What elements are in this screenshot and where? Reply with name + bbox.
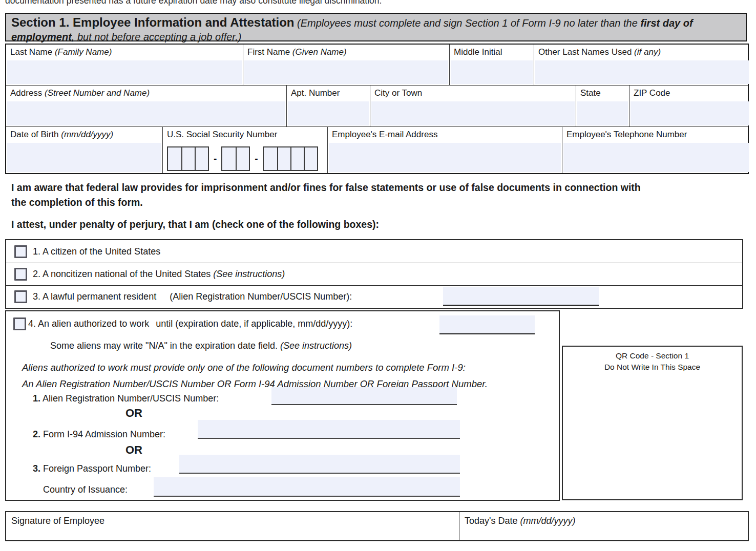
na-note: Some aliens may write "N/A" in the expir… xyxy=(50,341,352,351)
passport-number-index: 3. xyxy=(33,463,40,474)
phone-cell: Employee's Telephone Number xyxy=(562,127,750,173)
apt-number-label: Apt. Number xyxy=(291,88,340,98)
other-last-names-cell: Other Last Names Used (if any) xyxy=(534,45,750,85)
option-row-noncitizen-national: 2. A noncitizen national of the United S… xyxy=(6,263,742,285)
noncitizen-national-checkbox[interactable] xyxy=(14,268,27,281)
citizenship-options-box: 1. A citizen of the United States 2. A n… xyxy=(5,239,743,309)
signature-row: Signature of Employee Today's Date (mm/d… xyxy=(5,511,749,541)
dob-input[interactable] xyxy=(7,143,161,172)
middle-initial-input[interactable] xyxy=(451,60,533,84)
noncitizen-national-text: 2. A noncitizen national of the United S… xyxy=(33,269,211,279)
ssn-digit-box[interactable] xyxy=(168,147,181,170)
alien-number-row: 1. Alien Registration Number/USCIS Numbe… xyxy=(33,393,219,404)
dob-label: Date of Birth xyxy=(10,130,59,139)
address-note: (Street Number and Name) xyxy=(42,88,150,98)
address-label: Address xyxy=(10,88,42,98)
first-name-input[interactable] xyxy=(244,60,448,84)
signature-label: Signature of Employee xyxy=(11,516,104,526)
table-row-names: Last Name (Family Name) First Name (Give… xyxy=(6,45,748,85)
dob-note: (mm/dd/yyyy) xyxy=(59,130,114,139)
i94-number-index: 2. xyxy=(33,429,40,439)
ssn-boxes: - - xyxy=(167,146,318,171)
alien-number-label: Alien Registration Number/USCIS Number: xyxy=(40,393,219,404)
signature-cell[interactable]: Signature of Employee xyxy=(6,512,459,540)
ssn-digit-box[interactable] xyxy=(290,147,304,170)
zip-label: ZIP Code xyxy=(634,88,670,98)
permanent-resident-checkbox[interactable] xyxy=(14,290,27,303)
country-of-issuance-row: Country of Issuance: xyxy=(43,484,128,495)
address-input[interactable] xyxy=(7,101,285,125)
first-name-label: First Name xyxy=(247,47,290,57)
ssn-digit-box[interactable] xyxy=(236,147,249,170)
ssn-digit-box[interactable] xyxy=(195,147,208,170)
section1-subtitle-pre: (Employees must complete and sign Sectio… xyxy=(295,17,641,29)
ssn-group-area[interactable] xyxy=(167,146,209,171)
permanent-resident-text: 3. A lawful permanent resident xyxy=(33,291,156,302)
email-label: Employee's E-mail Address xyxy=(332,130,437,139)
qr-code-warning: Do Not Write In This Space xyxy=(563,362,742,373)
alien-authorized-checkbox[interactable] xyxy=(13,317,26,330)
or-separator-2: OR xyxy=(125,443,142,457)
phone-input[interactable] xyxy=(563,143,749,172)
ssn-dash: - xyxy=(214,153,217,164)
city-input[interactable] xyxy=(371,101,575,125)
passport-number-input[interactable] xyxy=(179,455,460,474)
last-name-label: Last Name xyxy=(10,47,52,57)
address-cell: Address (Street Number and Name) xyxy=(6,86,286,126)
last-name-cell: Last Name (Family Name) xyxy=(6,45,243,85)
apt-number-input[interactable] xyxy=(288,101,369,125)
first-name-note: (Given Name) xyxy=(290,47,347,57)
email-input[interactable] xyxy=(329,143,561,172)
qr-code-box: QR Code - Section 1 Do Not Write In This… xyxy=(562,346,743,500)
ssn-group-group[interactable] xyxy=(221,146,250,171)
other-last-names-note: (if any) xyxy=(632,47,661,57)
i94-number-row: 2. Form I-94 Admission Number: xyxy=(33,429,165,440)
citizen-checkbox[interactable] xyxy=(14,245,27,258)
zip-input[interactable] xyxy=(631,101,749,125)
or-separator-1: OR xyxy=(125,407,142,420)
alien-authorized-label: 4. An alien authorized to workuntil (exp… xyxy=(28,319,352,329)
other-last-names-input[interactable] xyxy=(535,60,749,84)
noncitizen-national-label: 2. A noncitizen national of the United S… xyxy=(33,269,285,280)
section1-title: Section 1. Employee Information and Atte… xyxy=(11,15,295,29)
todays-date-label: Today's Date xyxy=(465,516,518,526)
na-note-text: Some aliens may write "N/A" in the expir… xyxy=(50,341,278,351)
i94-number-label: Form I-94 Admission Number: xyxy=(40,429,165,439)
ssn-dash: - xyxy=(255,153,258,164)
expiration-date-input[interactable] xyxy=(439,315,535,334)
ssn-digit-box[interactable] xyxy=(264,147,277,170)
todays-date-cell[interactable]: Today's Date (mm/dd/yyyy) xyxy=(459,512,748,540)
dob-cell: Date of Birth (mm/dd/yyyy) xyxy=(6,127,162,173)
attest-statement: I attest, under penalty of perjury, that… xyxy=(11,217,677,232)
state-input[interactable] xyxy=(577,101,628,125)
country-of-issuance-input[interactable] xyxy=(154,477,460,497)
ssn-digit-box[interactable] xyxy=(181,147,195,170)
country-of-issuance-label: Country of Issuance: xyxy=(43,484,128,495)
alien-authorized-text: 4. An alien authorized to work xyxy=(28,319,149,329)
option-row-citizen: 1. A citizen of the United States xyxy=(6,240,742,263)
middle-initial-cell: Middle Initial xyxy=(449,45,534,85)
last-name-input[interactable] xyxy=(7,60,242,84)
state-cell: State xyxy=(576,86,629,126)
i94-number-input[interactable] xyxy=(198,420,460,439)
other-last-names-label: Other Last Names Used xyxy=(538,47,632,57)
state-label: State xyxy=(580,88,601,98)
ssn-group-serial[interactable] xyxy=(263,146,318,171)
ssn-digit-box[interactable] xyxy=(222,147,236,170)
ssn-label: U.S. Social Security Number xyxy=(167,130,277,139)
alien-number-input[interactable] xyxy=(271,387,457,405)
table-row-contact: Date of Birth (mm/dd/yyyy) U.S. Social S… xyxy=(6,126,748,173)
permanent-resident-alien-number-input[interactable] xyxy=(443,287,599,306)
alien-number-index: 1. xyxy=(33,393,40,404)
permanent-resident-label: 3. A lawful permanent resident(Alien Reg… xyxy=(33,291,352,302)
first-name-cell: First Name (Given Name) xyxy=(243,45,449,85)
alien-authorized-box: 4. An alien authorized to workuntil (exp… xyxy=(5,310,560,501)
ssn-cell: U.S. Social Security Number - - xyxy=(162,127,327,173)
passport-number-label: Foreign Passport Number: xyxy=(40,463,151,474)
last-name-note: (Family Name) xyxy=(52,47,112,57)
ssn-digit-box[interactable] xyxy=(277,147,290,170)
ssn-digit-box[interactable] xyxy=(304,147,317,170)
alien-authorized-until-text: until (expiration date, if applicable, m… xyxy=(156,319,352,329)
na-note-italic: (See instructions) xyxy=(278,341,352,351)
noncitizen-national-note: (See instructions) xyxy=(211,269,285,279)
